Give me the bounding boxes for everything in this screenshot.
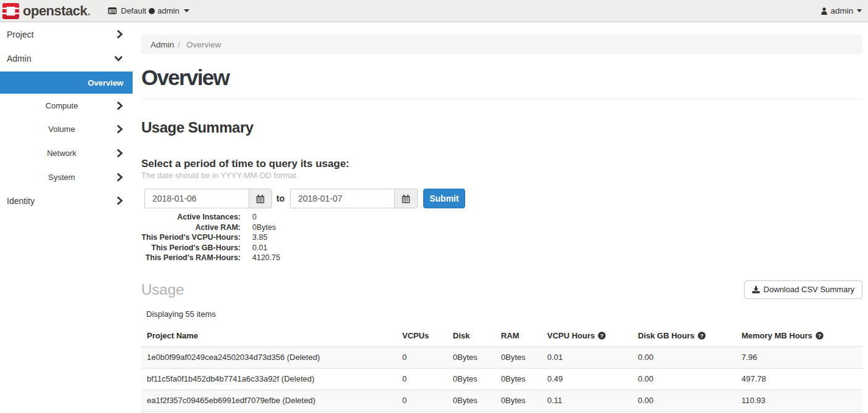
caret-down-icon [857,9,862,12]
sidebar-item-label: Overview [88,78,123,88]
sidebar-item-label: Project [7,30,34,39]
table-cell: 0.00 [632,346,736,368]
column-label: Disk [453,331,469,340]
table-cell: bf11c5fa0f1b452db4b7741a6c33a92f (Delete… [141,368,397,390]
breadcrumb-admin[interactable]: Admin [151,40,174,49]
table-cell: 0Bytes [495,368,542,390]
stat-value: 4120.75 [252,253,280,263]
sidebar-item-network[interactable]: Network [0,141,133,165]
question-circle-icon[interactable]: ? [698,332,706,340]
col-vcpu-hours[interactable]: VCPU Hours? [542,327,632,347]
table-cell: 0.49 [542,368,632,390]
table-cell: 0Bytes [495,390,542,411]
stat-value: 0 [252,212,257,223]
table-cell: 0 [397,368,447,390]
sidebar-item-label: Volume [7,125,117,134]
stat-active-ram: Active RAM: 0Bytes [141,223,862,233]
date-to-calendar-addon[interactable] [394,189,418,208]
col-vcpus[interactable]: VCPUs [397,327,447,347]
topbar: openstack. Default admin admin [0,0,868,22]
user-menu[interactable]: admin [821,0,862,22]
sidebar-item-identity[interactable]: Identity [0,189,133,213]
column-label: VCPU Hours [547,331,595,340]
caret-down-icon [184,9,189,12]
date-to-input[interactable] [290,189,394,208]
table-header-row: Project Name VCPUs Disk RAM VCPU Hours? … [141,327,862,347]
chevron-right-icon [117,101,123,110]
question-circle-icon[interactable]: ? [598,332,606,340]
table-cell: 0Bytes [447,368,495,390]
sidebar-item-label: Identity [7,196,35,206]
submit-button[interactable]: Submit [423,189,465,208]
table-cell: 7.96 [736,346,862,368]
svg-text:?: ? [700,332,703,339]
sidebar-item-label: Network [7,149,117,158]
col-ram[interactable]: RAM [495,327,542,347]
calendar-icon [256,194,265,203]
user-icon [821,7,827,15]
table-cell: 1e0b0f99af0249cea24502034d73d356 (Delete… [141,346,397,368]
column-label: Memory MB Hours [742,331,812,340]
download-csv-button[interactable]: Download CSV Summary [744,280,862,299]
sidebar-item-label: Compute [7,101,117,110]
sidebar: Project Admin Overview Compute Volume Ne… [0,22,133,413]
date-from-input[interactable] [144,189,249,208]
col-project-name[interactable]: Project Name [141,327,397,347]
brand-text: openstack [23,3,87,18]
table-cell: 0.01 [542,346,632,368]
openstack-logo-icon [2,3,19,19]
download-csv-label: Download CSV Summary [764,285,854,294]
sidebar-item-overview[interactable]: Overview [0,72,133,94]
breadcrumb-overview: Overview [186,40,221,49]
question-circle-icon[interactable]: ? [816,332,824,340]
date-from-calendar-addon[interactable] [249,189,272,208]
sidebar-item-system[interactable]: System [0,165,133,189]
title-divider [141,99,862,99]
stat-label: Active Instances: [141,212,241,223]
table-cell: 497.78 [736,368,862,390]
chevron-right-icon [117,196,123,205]
table-cell: ea1f2f357c09465eb6991edf7079efbe (Delete… [141,390,397,411]
col-disk[interactable]: Disk [447,327,495,347]
stat-value: 3.85 [252,232,267,243]
sidebar-item-compute[interactable]: Compute [0,94,133,118]
usage-table: Project Name VCPUs Disk RAM VCPU Hours? … [141,327,862,412]
stat-label: This Period's GB-Hours: [141,243,241,253]
column-label: Disk GB Hours [638,331,695,340]
user-label: admin [830,6,853,15]
col-memory-mb-hours[interactable]: Memory MB Hours? [736,327,862,347]
period-prompt: Select a period of time to query its usa… [141,158,862,170]
brand-dot: . [87,3,91,18]
download-icon [752,285,760,293]
svg-text:?: ? [817,332,821,339]
date-range-form: to Submit [144,189,862,208]
items-count: Displaying 55 items [146,309,862,319]
chevron-right-icon [117,173,123,182]
chevron-right-icon [117,125,123,134]
calendar-icon [402,194,410,203]
table-cell: 0.11 [542,390,632,411]
column-label: RAM [501,331,519,340]
svg-text:?: ? [600,332,604,339]
sidebar-item-admin[interactable]: Admin [0,47,133,71]
stat-active-instances: Active Instances: 0 [141,212,862,223]
chevron-right-icon [117,149,123,158]
table-cell: 110.93 [736,390,862,411]
sidebar-item-project[interactable]: Project [0,22,133,47]
stat-gb-hours: This Period's GB-Hours: 0.01 [141,243,862,253]
table-cell: 0Bytes [495,346,542,368]
brand[interactable]: openstack. [2,3,91,19]
sidebar-item-volume[interactable]: Volume [0,118,133,142]
table-cell: 0.00 [632,390,736,411]
col-disk-gb-hours[interactable]: Disk GB Hours? [632,327,736,347]
date-from-group [144,189,272,208]
context-switcher[interactable]: Default admin [108,0,189,22]
chevron-down-icon [114,55,123,62]
sidebar-item-label: Admin [7,54,31,63]
stat-label: This Period's RAM-Hours: [141,253,241,263]
stat-ram-hours: This Period's RAM-Hours: 4120.75 [141,253,862,263]
project-label: admin [157,6,179,15]
table-cell: 0.00 [632,368,736,390]
separator-dot-icon [149,8,155,14]
stat-value: 0.01 [252,243,267,253]
